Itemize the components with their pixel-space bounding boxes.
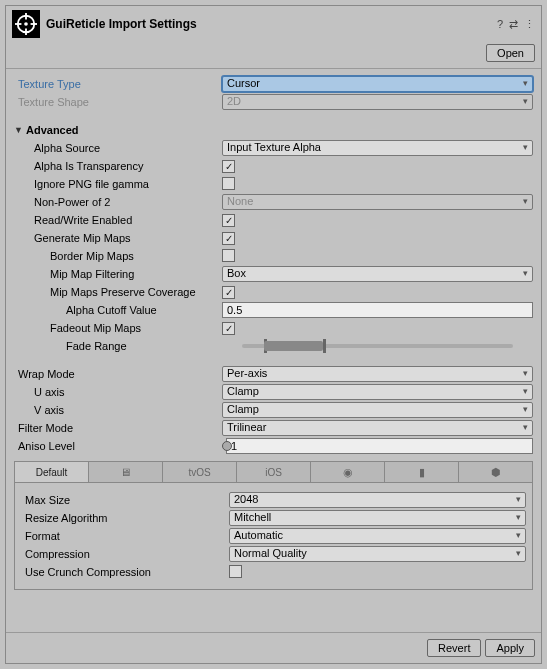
aniso-label: Aniso Level	[14, 440, 222, 452]
lumin-icon: ◉	[343, 466, 353, 479]
help-icon[interactable]: ?	[497, 18, 503, 30]
tab-tvos[interactable]: tvOS	[163, 462, 237, 482]
platform-tabs: Default 🖥 tvOS iOS ◉ ▮ ⬢	[14, 461, 533, 483]
mipmap-filtering-dropdown[interactable]: Box	[222, 266, 533, 282]
texture-type-label: Texture Type	[14, 78, 222, 90]
page-title: GuiReticle Import Settings	[46, 17, 497, 31]
preserve-coverage-label: Mip Maps Preserve Coverage	[14, 286, 222, 298]
android-icon: ▮	[419, 466, 425, 479]
read-write-checkbox[interactable]	[222, 214, 235, 227]
content: Texture Type Cursor Texture Shape 2D ▼ A…	[6, 71, 541, 632]
advanced-foldout[interactable]: ▼ Advanced	[14, 121, 533, 139]
generate-mipmaps-label: Generate Mip Maps	[14, 232, 222, 244]
mipmap-filtering-label: Mip Map Filtering	[14, 268, 222, 280]
wrap-mode-dropdown[interactable]: Per-axis	[222, 366, 533, 382]
border-mipmaps-checkbox[interactable]	[222, 249, 235, 262]
fade-range-label: Fade Range	[14, 340, 222, 352]
divider	[6, 68, 541, 69]
header: GuiReticle Import Settings ? ⇄ ⋮	[6, 6, 541, 42]
max-size-label: Max Size	[21, 494, 229, 506]
revert-button[interactable]: Revert	[427, 639, 481, 657]
resize-algorithm-dropdown[interactable]: Mitchell	[229, 510, 526, 526]
alpha-source-label: Alpha Source	[14, 142, 222, 154]
npot-dropdown: None	[222, 194, 533, 210]
fade-range-slider[interactable]	[242, 344, 513, 348]
format-dropdown[interactable]: Automatic	[229, 528, 526, 544]
tab-android[interactable]: ▮	[385, 462, 459, 482]
format-label: Format	[21, 530, 229, 542]
v-axis-dropdown[interactable]: Clamp	[222, 402, 533, 418]
tab-standalone[interactable]: 🖥	[89, 462, 163, 482]
open-button[interactable]: Open	[486, 44, 535, 62]
u-axis-dropdown[interactable]: Clamp	[222, 384, 533, 400]
compression-dropdown[interactable]: Normal Quality	[229, 546, 526, 562]
tab-ios[interactable]: iOS	[237, 462, 311, 482]
fadeout-mipmaps-checkbox[interactable]	[222, 322, 235, 335]
svg-point-1	[24, 22, 28, 26]
alpha-cutoff-label: Alpha Cutoff Value	[14, 304, 222, 316]
alpha-source-dropdown[interactable]: Input Texture Alpha	[222, 140, 533, 156]
v-axis-label: V axis	[14, 404, 222, 416]
crunch-checkbox[interactable]	[229, 565, 242, 578]
wrap-mode-label: Wrap Mode	[14, 368, 222, 380]
ignore-png-gamma-label: Ignore PNG file gamma	[14, 178, 222, 190]
npot-label: Non-Power of 2	[14, 196, 222, 208]
menu-icon[interactable]: ⋮	[524, 18, 535, 31]
fadeout-mipmaps-label: Fadeout Mip Maps	[14, 322, 222, 334]
texture-shape-label: Texture Shape	[14, 96, 222, 108]
alpha-cutoff-input[interactable]	[222, 302, 533, 318]
texture-shape-dropdown: 2D	[222, 94, 533, 110]
tab-webgl[interactable]: ⬢	[459, 462, 532, 482]
ignore-png-gamma-checkbox[interactable]	[222, 177, 235, 190]
generate-mipmaps-checkbox[interactable]	[222, 232, 235, 245]
chevron-down-icon: ▼	[14, 125, 26, 135]
u-axis-label: U axis	[14, 386, 222, 398]
inspector-panel: GuiReticle Import Settings ? ⇄ ⋮ Open Te…	[5, 5, 542, 664]
presets-icon[interactable]: ⇄	[509, 18, 518, 31]
platform-settings: Max Size 2048 Resize Algorithm Mitchell …	[14, 483, 533, 590]
tab-default[interactable]: Default	[15, 462, 89, 482]
crunch-label: Use Crunch Compression	[21, 566, 229, 578]
texture-type-dropdown[interactable]: Cursor	[222, 76, 533, 92]
max-size-dropdown[interactable]: 2048	[229, 492, 526, 508]
read-write-label: Read/Write Enabled	[14, 214, 222, 226]
alpha-transparency-checkbox[interactable]	[222, 160, 235, 173]
apply-button[interactable]: Apply	[485, 639, 535, 657]
tab-lumin[interactable]: ◉	[311, 462, 385, 482]
compression-label: Compression	[21, 548, 229, 560]
resize-algorithm-label: Resize Algorithm	[21, 512, 229, 524]
webgl-icon: ⬢	[491, 466, 501, 479]
filter-mode-label: Filter Mode	[14, 422, 222, 434]
aniso-input[interactable]	[226, 438, 533, 454]
asset-icon	[12, 10, 40, 38]
preserve-coverage-checkbox[interactable]	[222, 286, 235, 299]
filter-mode-dropdown[interactable]: Trilinear	[222, 420, 533, 436]
alpha-transparency-label: Alpha Is Transparency	[14, 160, 222, 172]
footer: Revert Apply	[6, 632, 541, 663]
monitor-icon: 🖥	[120, 466, 131, 478]
border-mipmaps-label: Border Mip Maps	[14, 250, 222, 262]
